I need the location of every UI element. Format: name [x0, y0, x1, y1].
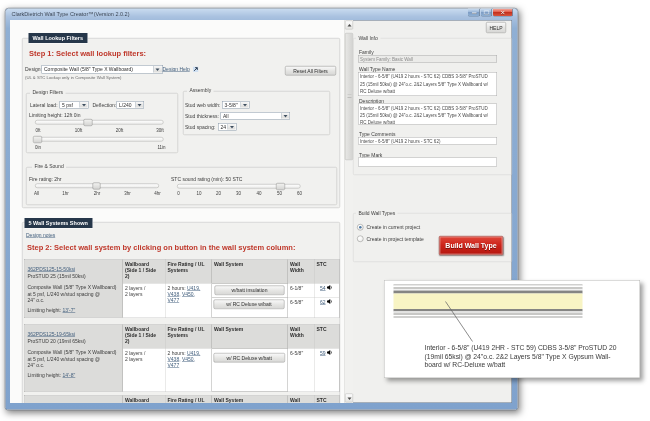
wall-width-cell: 6-5/8": [288, 298, 315, 318]
limiting-height-link[interactable]: 14'-8": [63, 372, 76, 378]
wall-type-name-field[interactable]: Interior - 6-5/8" (U419 2 hours - STC 62…: [358, 72, 497, 96]
stud-web-width-arrow-icon[interactable]: [241, 102, 249, 108]
ul-link[interactable]: V438,: [168, 356, 181, 362]
stud-spacing-select[interactable]: 24: [218, 123, 237, 131]
create-current-project-radio[interactable]: [357, 224, 364, 231]
design-filters-legend: Design Filters: [30, 90, 66, 96]
fire-rating-label: Fire rating: 2hr: [29, 176, 62, 182]
design-help-link[interactable]: Design Help: [163, 67, 190, 73]
description-field[interactable]: Interior - 6-5/8" (U419 2 hours - STC 62…: [358, 104, 497, 125]
type-comments-field[interactable]: Interior - 6-5/8" (U419 2 hours - STC 62…: [358, 137, 497, 145]
fire-slider-thumb[interactable]: [93, 183, 101, 190]
build-wall-type-button[interactable]: Build Wall Type: [439, 236, 503, 255]
lateral-load-arrow-icon[interactable]: [80, 102, 88, 108]
type-mark-field[interactable]: [358, 158, 497, 167]
product-description: Composite Wall (5/8" Type X Wallboard) a…: [28, 285, 118, 304]
product-link[interactable]: 362PDS125-15-50ksi: [28, 267, 76, 273]
scrollbar-thumb[interactable]: [345, 33, 353, 160]
design-notes-link[interactable]: Design notes: [26, 232, 55, 238]
stc-link[interactable]: 54: [320, 285, 326, 291]
ul-link[interactable]: V438,: [168, 291, 181, 297]
stc-tick: 20: [216, 191, 221, 196]
height-slider-thumb[interactable]: [84, 119, 93, 126]
stc-header: STC: [315, 325, 340, 349]
design-select[interactable]: Composite Wall (5/8" Type X Wallboard): [42, 65, 164, 74]
stc-link[interactable]: 59: [320, 350, 326, 356]
fire-tick: 3hr: [124, 191, 131, 196]
wall-lookup-filters-header: Wall Lookup Filters: [29, 33, 88, 43]
create-project-template-radio[interactable]: [357, 236, 364, 243]
maximize-button[interactable]: [481, 9, 493, 17]
inch-tick: 0in: [35, 145, 41, 150]
stc-cell: 59: [315, 349, 340, 392]
speaker-icon: [327, 350, 333, 355]
inch-tick: 11in: [157, 145, 165, 150]
design-select-arrow-icon[interactable]: [153, 66, 162, 73]
scrollbar-grip: [348, 95, 352, 99]
type-comments-label: Type Comments: [359, 131, 395, 137]
ul-link[interactable]: U419,: [187, 285, 200, 291]
height-tick: 10ft: [75, 128, 83, 133]
header-text: Wallboard (Side 1 / Side 2): [125, 397, 160, 403]
create-project-template-label: Create in project template: [367, 236, 424, 242]
minimize-icon: [472, 12, 477, 13]
stc-tick: 10: [196, 191, 201, 196]
wall-option-button[interactable]: w/ RC Deluxe w/batt: [214, 300, 285, 310]
ul-link[interactable]: V450,: [182, 291, 195, 297]
ul-link[interactable]: U419,: [187, 350, 200, 356]
close-button[interactable]: [493, 9, 514, 17]
help-button[interactable]: HELP: [486, 22, 506, 33]
stud-web-width-select[interactable]: 3-5/8": [222, 101, 250, 109]
stc-link[interactable]: 62: [320, 299, 326, 305]
ul-link[interactable]: V450,: [182, 356, 195, 362]
design-note: (UL & STC Lookup only in Composite Wall …: [25, 75, 122, 80]
scroll-down-button[interactable]: [345, 394, 353, 403]
stud-spacing-label: Stud spacing:: [185, 124, 215, 130]
stud-spacing-arrow-icon[interactable]: [228, 124, 236, 130]
stc-rating-label: STC sound rating (min): 50 STC: [171, 176, 242, 182]
product-link[interactable]: 362PDS125-19-65ksi: [28, 332, 76, 338]
stc-cell: 54: [315, 284, 340, 298]
limiting-height-link[interactable]: 13'-7": [63, 307, 76, 313]
limiting-height-text: Limiting height:: [28, 372, 62, 378]
wall-option-button[interactable]: w/batt insulation: [215, 286, 285, 296]
fire-rating-header: Fire Rating / UL Systems: [166, 396, 213, 404]
ul-link[interactable]: V477: [168, 363, 180, 369]
stud-thickness-select[interactable]: All: [221, 112, 291, 120]
family-field: System Family: Basic Wall: [358, 55, 497, 63]
step1-heading: Step 1: Select wall lookup filters:: [29, 49, 146, 58]
deflection-select[interactable]: L/240: [117, 101, 145, 109]
window-title: ClarkDietrich Wall Type Creator™(Version…: [12, 11, 130, 17]
wall-width-header: Wall Width: [288, 260, 315, 284]
design-help-icon[interactable]: [193, 67, 199, 73]
wallboard-header: Wallboard (Side 1 / Side 2): [123, 396, 166, 404]
inch-slider-track[interactable]: [35, 137, 164, 142]
stc-slider-thumb[interactable]: [276, 183, 285, 190]
height-tick: 30ft: [156, 128, 164, 133]
vertical-scrollbar[interactable]: [344, 20, 353, 403]
header-text: Wall System: [214, 326, 243, 332]
deflection-arrow-icon[interactable]: [135, 102, 143, 108]
fire-rating-header: Fire Rating / UL Systems: [166, 260, 213, 284]
wall-system-cell: w/ RC Deluxe w/batt: [212, 298, 288, 318]
reset-all-filters-button[interactable]: Reset All Filters: [285, 66, 336, 76]
scroll-down-icon: [348, 398, 352, 401]
wall-systems-header: 5 Wall Systems Shown: [25, 218, 93, 228]
create-current-project-label: Create in current project: [367, 225, 421, 231]
inch-slider-thumb[interactable]: [33, 136, 42, 143]
stc-tick: 0: [177, 191, 180, 196]
stud-thickness-arrow-icon[interactable]: [281, 113, 289, 119]
ul-link[interactable]: V477: [168, 298, 180, 304]
wall-option-button[interactable]: w/ RC Deluxe w/batt: [214, 353, 286, 363]
limiting-height-text: Limiting height:: [28, 307, 62, 313]
stc-tick: 60: [297, 191, 302, 196]
minimize-button[interactable]: [468, 9, 481, 17]
fire-prefix-text: 2 hours:: [168, 350, 186, 356]
fire-rating-cell: 2 hours: U419, V438, V450, V477: [166, 349, 213, 392]
height-slider-track[interactable]: [35, 120, 164, 125]
fire-tick: 2hr: [94, 191, 101, 196]
lateral-load-select[interactable]: 5 psf: [60, 101, 89, 109]
stud-web-width-value: 3-5/8": [225, 102, 238, 108]
deflection-value: L/240: [119, 102, 132, 108]
scroll-up-button[interactable]: [345, 21, 353, 30]
